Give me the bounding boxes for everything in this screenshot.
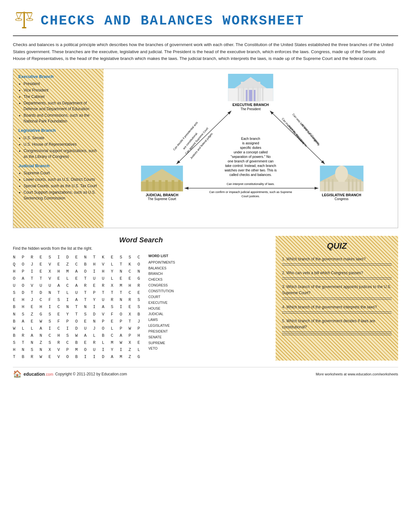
- quiz-title: QUIZ: [282, 241, 392, 251]
- grid-row: E H J C F S I A T Y U R N R S: [13, 296, 142, 304]
- footer-brand-text: education.com: [24, 372, 53, 377]
- quiz-section: QUIZ 1. Which branch of the government m…: [276, 236, 398, 361]
- quiz-q-text: Who can veto a bill which Congress passe…: [286, 271, 363, 275]
- word-list-title: WORD LIST: [148, 254, 184, 258]
- quiz-q-text: Which branch of the government appoints …: [282, 285, 391, 295]
- svg-rect-16: [246, 90, 256, 101]
- executive-branch-list: President Vice President The Cabinet Dep…: [18, 81, 98, 124]
- branches-diagram-svg: EXECUTIVE BRANCH The President JUDICIAL …: [107, 72, 395, 224]
- grid-row: N S Z G S E Y T S D V F O X B: [13, 311, 142, 318]
- list-item: Vice President: [24, 87, 98, 93]
- quiz-answer-line-5c: [282, 335, 392, 335]
- footer-more-worksheets: More worksheets at www.education.com/wor…: [316, 372, 398, 376]
- list-item: HOUSE: [148, 306, 184, 312]
- quiz-answer-line-3: [282, 298, 392, 298]
- svg-text:one branch of government can: one branch of government can: [228, 159, 274, 163]
- edu-name: education: [24, 372, 45, 377]
- list-item: VETO: [148, 346, 184, 352]
- quiz-questions: 1. Which branch of the government makes …: [282, 256, 392, 335]
- list-item: Departments, such as Department of Defen…: [24, 100, 98, 112]
- svg-rect-44: [348, 179, 350, 191]
- svg-rect-21: [257, 87, 259, 101]
- quiz-q-text: Which branch of the government makes law…: [286, 257, 366, 261]
- grid-row: B A E W S F P O E N P E P T J: [13, 318, 142, 325]
- quiz-answer-line-1: [282, 264, 392, 264]
- word-list: WORD LIST APPOINTMENTS BALANCES BRANCH C…: [148, 254, 184, 361]
- quiz-answer-line-5: [282, 332, 392, 332]
- footer-logo: 🏠 education.com Copyright © 2011-2012 by…: [13, 370, 127, 378]
- svg-text:under a concept called: under a concept called: [234, 150, 268, 154]
- quiz-q-number: 4.: [282, 305, 286, 309]
- list-item: LAWS: [148, 317, 184, 323]
- svg-text:JUDICIAL BRANCH: JUDICIAL BRANCH: [146, 193, 178, 197]
- svg-line-3: [19, 13, 21, 19]
- grid-row: H P I E X H M A O I H Y N C N: [13, 268, 142, 275]
- list-item: BRANCH: [148, 271, 184, 277]
- quiz-question-4: 4. Which branch of the government interp…: [282, 304, 392, 314]
- list-item: Boards and Commissions, such as the Nati…: [24, 112, 98, 124]
- quiz-answer-line-5b: [282, 333, 392, 334]
- svg-text:Can confirm or impeach judicia: Can confirm or impeach judicial appointm…: [209, 190, 292, 194]
- svg-rect-45: [352, 179, 354, 191]
- grid-row: O A T T V E L E T U U L E E G: [13, 275, 142, 282]
- list-item: Court Support organizations, such as U.S…: [24, 189, 98, 201]
- quiz-question-3: 3. Which branch of the government appoin…: [282, 284, 392, 299]
- list-item: APPOINTMENTS: [148, 260, 184, 266]
- svg-text:watches over the other two. Th: watches over the other two. This is: [224, 168, 277, 172]
- svg-rect-22: [262, 87, 264, 101]
- grid-row: T B R W E V O B I I D A M Z G: [13, 353, 142, 361]
- legislative-branch-list: U.S. Senate U.S. House of Representative…: [18, 135, 98, 160]
- list-item: JUDICIAL: [148, 311, 184, 317]
- list-item: SENATE: [148, 334, 184, 340]
- svg-rect-17: [238, 87, 240, 101]
- list-item: EXECUTIVE: [148, 300, 184, 306]
- bottom-section: Word Search Find the hidden words from t…: [13, 236, 398, 361]
- svg-rect-19: [248, 87, 249, 101]
- list-item: The Cabinet: [24, 94, 98, 100]
- svg-rect-41: [324, 179, 326, 191]
- quiz-box: QUIZ 1. Which branch of the government m…: [276, 236, 398, 361]
- svg-text:Each branch: Each branch: [241, 137, 260, 140]
- word-search-grid: N P R E S I D E N T K E S S C Q O J E V …: [13, 254, 142, 361]
- quiz-answer-line-2: [282, 277, 392, 278]
- list-item: U.S. House of Representatives: [24, 141, 98, 147]
- word-search-area: Word Search Find the hidden words from t…: [13, 236, 269, 361]
- executive-branch-title: Executive Branch: [18, 73, 98, 80]
- grid-row: W L L A I C I D U J O L P W P: [13, 325, 142, 332]
- quiz-q-number: 3.: [282, 285, 286, 289]
- list-item: CONSTITUTION: [148, 288, 184, 294]
- quiz-q-number: 2.: [282, 271, 286, 275]
- quiz-answer-line-2b: [282, 279, 392, 279]
- svg-text:Court justices.: Court justices.: [241, 195, 260, 198]
- quiz-q-text: Which branch of the government interpret…: [286, 305, 377, 309]
- quiz-question-1: 1. Which branch of the government makes …: [282, 256, 392, 266]
- grid-row: S D T D N T L U T P T T T C E: [13, 289, 142, 296]
- education-logo-icon: 🏠: [13, 370, 22, 378]
- grid-row: H N S N X V P M O U I Y I Z L: [13, 346, 142, 353]
- list-item: LEGISLATIVE: [148, 323, 184, 329]
- list-item: CONGRESS: [148, 283, 184, 288]
- list-item: COURT: [148, 294, 184, 300]
- grid-row: B R A N C H S W A L B C A P H: [13, 332, 142, 339]
- grid-row: N P R E S I D E N T K E S S C: [13, 254, 142, 261]
- svg-rect-29: [152, 180, 155, 191]
- info-box: Executive Branch President Vice Presiden…: [13, 69, 103, 228]
- svg-text:"separation of powers." No: "separation of powers." No: [230, 155, 270, 159]
- svg-rect-18: [243, 87, 244, 101]
- quiz-answer-line-4: [282, 312, 392, 312]
- list-item: Lower courts, such as U.S. District Cour…: [24, 177, 98, 182]
- svg-rect-31: [165, 180, 168, 191]
- grid-row: Q O J E V E Z C B H V L T K O: [13, 261, 142, 268]
- diagram-right: EXECUTIVE BRANCH The President JUDICIAL …: [103, 69, 398, 228]
- svg-text:called checks and balances.: called checks and balances.: [230, 173, 272, 177]
- intro-paragraph: Checks and balances is a political princ…: [13, 41, 398, 62]
- page-title: CHECKS AND BALANCES WORKSHEET: [41, 13, 304, 29]
- list-item: PRESIDENT: [148, 329, 184, 334]
- svg-text:take control. Instead, each br: take control. Instead, each branch: [225, 164, 276, 168]
- judicial-branch-title: Judicial Branch: [18, 163, 98, 169]
- quiz-question-5: 5. Which branch of the government decide…: [282, 318, 392, 335]
- quiz-answer-line-4b: [282, 313, 392, 314]
- svg-line-5: [27, 13, 30, 19]
- list-item: President: [24, 81, 98, 87]
- word-search-instruction: Find the hidden words from the list at t…: [13, 246, 269, 251]
